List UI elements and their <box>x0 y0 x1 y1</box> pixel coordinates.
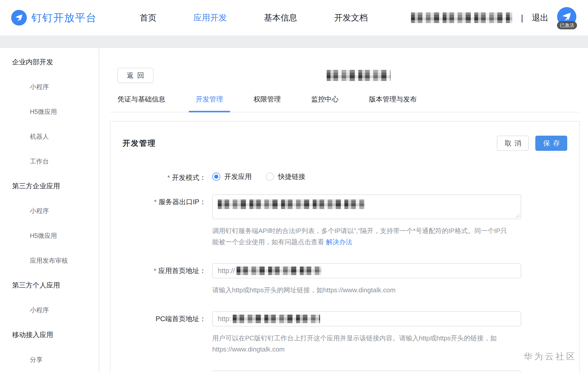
sidebar-section-third-party-personal: 第三方个人应用 <box>0 273 99 298</box>
app-home-input[interactable]: http:// <box>212 263 521 278</box>
redacted-app-title <box>327 70 390 81</box>
pc-home-value-prefix: http: <box>218 315 231 323</box>
sidebar-item-share[interactable]: 分享 <box>0 347 99 372</box>
panel-header: 开发管理 取消 保存 <box>123 136 567 151</box>
admin-backend-input[interactable]: http: <box>212 370 521 372</box>
sidebar-item-robot[interactable]: 机器人 <box>0 124 99 149</box>
panel-actions: 取消 保存 <box>497 136 567 151</box>
redacted-app-home-value <box>237 266 321 275</box>
app-tabs: 凭证与基础信息 开发管理 权限管理 监控中心 版本管理与发布 <box>110 95 580 112</box>
admin-backend-label: 管理后台地址： <box>123 370 206 372</box>
sidebar: 企业内部开发 小程序 H5微应用 机器人 工作台 第三方企业应用 小程序 H5微… <box>0 48 99 372</box>
sidebar-section-mobile-access: 移动接入应用 <box>0 322 99 347</box>
server-ip-textarea[interactable] <box>212 194 521 219</box>
logout-button[interactable]: 退出 <box>532 12 548 24</box>
pc-home-label: PC端首页地址： <box>123 311 206 370</box>
admin-backend-control: http: 组织管理员可以在oa.dingtalk.com打开这个应用后台并进行… <box>212 370 521 372</box>
form-row-server-ip: *服务器出口IP： 调用钉钉服务端API时的合法IP列表，多个IP请以","隔开… <box>123 194 567 263</box>
brand-logo[interactable]: 钉钉开放平台 <box>11 10 97 26</box>
sidebar-item-workbench[interactable]: 工作台 <box>0 149 99 174</box>
app-home-label: *应用首页地址： <box>123 263 206 311</box>
dev-mode-control: 开发应用 快捷链接 <box>212 170 521 182</box>
redacted-pc-home-value <box>233 315 320 323</box>
radio-selected-icon <box>212 173 220 181</box>
dev-mode-label: *开发模式： <box>123 170 206 182</box>
dingtalk-logo-icon <box>11 10 27 26</box>
panel-title: 开发管理 <box>123 138 156 149</box>
app-home-help: 请输入http或https开头的网址链接，如https://www.dingta… <box>212 284 511 296</box>
required-mark: * <box>167 174 170 181</box>
form-row-app-home: *应用首页地址： http:// 请输入http或https开头的网址链接，如h… <box>123 263 567 311</box>
user-avatar[interactable]: 已激活 <box>557 7 577 28</box>
header-divider: | <box>521 13 523 23</box>
redacted-server-ip-value <box>218 199 365 209</box>
sidebar-section-third-party-enterprise: 第三方企业应用 <box>0 174 99 198</box>
textarea-resize-handle[interactable] <box>515 213 519 217</box>
sidebar-section-internal-dev: 企业内部开发 <box>0 50 99 74</box>
nav-dev-docs[interactable]: 开发文档 <box>334 12 368 24</box>
top-navbar: 钉钉开放平台 首页 应用开发 基本信息 开发文档 | 退出 已激活 <box>0 0 588 35</box>
form-row-admin-backend: 管理后台地址： http: 组织管理员可以在oa.dingtalk.com打开这… <box>123 370 567 372</box>
main-nav: 首页 应用开发 基本信息 开发文档 <box>140 12 368 24</box>
sidebar-item-miniprogram-2[interactable]: 小程序 <box>0 198 99 223</box>
nav-home[interactable]: 首页 <box>140 12 156 24</box>
header-right: | 退出 已激活 <box>411 7 577 28</box>
tab-permission-management[interactable]: 权限管理 <box>253 95 281 112</box>
required-mark: * <box>154 198 156 206</box>
radio-option-quick-link[interactable]: 快捷链接 <box>266 172 305 181</box>
save-button[interactable]: 保存 <box>535 136 567 151</box>
app-home-value-prefix: http:// <box>218 267 235 275</box>
form-row-dev-mode: *开发模式： 开发应用 快捷链接 <box>123 170 567 182</box>
form-row-pc-home: PC端首页地址： http: 用户可以在PC版钉钉工作台上打开这个应用并显示该链… <box>123 311 567 370</box>
redacted-username <box>411 12 512 23</box>
pc-home-help: 用户可以在PC版钉钉工作台上打开这个应用并显示该链接内容。请输入http或htt… <box>212 333 511 355</box>
dev-mode-radio-group: 开发应用 快捷链接 <box>212 170 521 181</box>
server-ip-label: *服务器出口IP： <box>123 194 206 263</box>
pc-home-input[interactable]: http: <box>212 311 521 326</box>
back-button[interactable]: 返回 <box>117 68 153 83</box>
sidebar-item-miniprogram-3[interactable]: 小程序 <box>0 298 99 322</box>
sidebar-item-miniprogram[interactable]: 小程序 <box>0 74 99 99</box>
server-ip-control: 调用钉钉服务端API时的合法IP列表，多个IP请以","隔开，支持带一个*号通配… <box>212 194 521 263</box>
main-content: 返回 凭证与基础信息 开发管理 权限管理 监控中心 版本管理与发布 开发管理 取… <box>99 48 588 372</box>
radio-option-develop-app[interactable]: 开发应用 <box>212 172 252 181</box>
pc-home-control: http: 用户可以在PC版钉钉工作台上打开这个应用并显示该链接内容。请输入ht… <box>212 311 521 370</box>
activated-badge: 已激活 <box>557 21 577 29</box>
development-form: *开发模式： 开发应用 快捷链接 <box>123 170 567 372</box>
header-strip <box>0 35 588 48</box>
page-top-row: 返回 <box>110 68 580 84</box>
tab-monitoring-center[interactable]: 监控中心 <box>311 95 339 112</box>
sidebar-item-h5-microapp[interactable]: H5微应用 <box>0 99 99 124</box>
tab-development-management[interactable]: 开发管理 <box>196 95 223 112</box>
sidebar-item-h5-microapp-2[interactable]: H5微应用 <box>0 223 99 248</box>
huawei-cloud-watermark: 华为云社区 <box>524 351 577 362</box>
tab-version-release[interactable]: 版本管理与发布 <box>369 95 417 112</box>
solution-link[interactable]: 解决办法 <box>326 238 352 246</box>
sidebar-item-app-release-review[interactable]: 应用发布审核 <box>0 248 99 273</box>
development-management-panel: 开发管理 取消 保存 *开发模式： 开发应用 <box>110 121 580 372</box>
app-home-control: http:// 请输入http或https开头的网址链接，如https://ww… <box>212 263 521 311</box>
nav-app-development[interactable]: 应用开发 <box>193 12 227 24</box>
required-mark: * <box>154 267 156 275</box>
nav-basic-info[interactable]: 基本信息 <box>264 12 297 24</box>
tab-credentials-basic-info[interactable]: 凭证与基础信息 <box>117 95 165 112</box>
cancel-button[interactable]: 取消 <box>497 136 529 151</box>
brand-name: 钉钉开放平台 <box>31 11 97 25</box>
server-ip-help: 调用钉钉服务端API时的合法IP列表，多个IP请以","隔开，支持带一个*号通配… <box>212 225 511 247</box>
radio-unselected-icon <box>266 173 274 181</box>
